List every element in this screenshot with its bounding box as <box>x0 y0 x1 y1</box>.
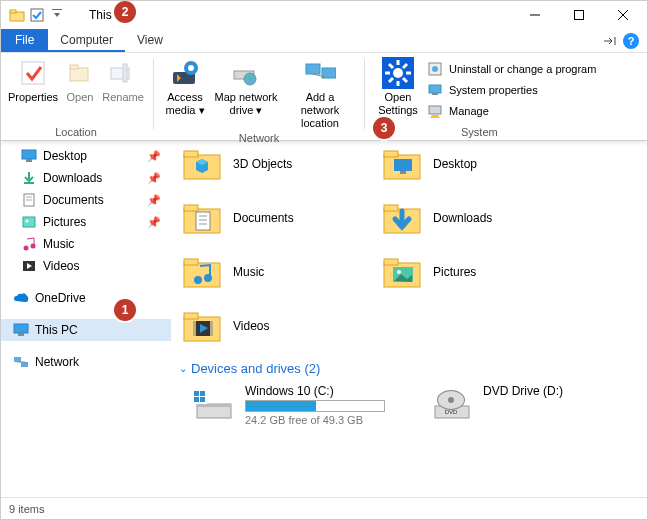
svg-rect-68 <box>184 259 198 265</box>
folder-icon <box>9 6 25 24</box>
svg-rect-61 <box>196 212 210 230</box>
onedrive-icon <box>13 290 29 306</box>
svg-rect-1 <box>10 10 16 13</box>
status-item-count: 9 items <box>9 503 44 515</box>
svg-point-16 <box>188 65 194 71</box>
svg-rect-50 <box>14 357 21 362</box>
drive-c-icon <box>191 384 235 424</box>
minimize-ribbon-icon[interactable] <box>603 34 617 48</box>
nav-thispc[interactable]: This PC <box>1 319 171 341</box>
main-pane: 3D Objects Desktop Documents Downloads M… <box>171 141 647 499</box>
music-folder-icon <box>181 251 223 293</box>
devices-section-header[interactable]: ⌄ Devices and drives (2) <box>179 357 639 380</box>
svg-rect-34 <box>429 85 441 93</box>
svg-rect-78 <box>193 321 196 336</box>
svg-rect-3 <box>52 9 62 10</box>
nav-videos[interactable]: Videos <box>1 255 171 277</box>
rename-button[interactable]: Rename <box>101 55 145 106</box>
help-icon[interactable]: ? <box>623 33 639 49</box>
svg-rect-19 <box>306 64 320 74</box>
open-icon <box>64 57 96 89</box>
pictures-folder-icon <box>381 251 423 293</box>
svg-rect-57 <box>394 159 412 171</box>
svg-rect-83 <box>194 391 199 396</box>
svg-rect-66 <box>384 205 398 211</box>
add-location-label: Add a network location <box>286 91 354 130</box>
manage-button[interactable]: Manage <box>423 101 600 121</box>
svg-point-23 <box>393 68 403 78</box>
access-media-icon <box>169 57 201 89</box>
map-network-drive-button[interactable]: Map network drive ▾ <box>210 55 282 132</box>
svg-rect-11 <box>70 65 78 69</box>
tab-computer[interactable]: Computer <box>48 29 125 52</box>
svg-point-45 <box>24 246 29 251</box>
annotation-marker-3: 3 <box>373 117 395 139</box>
folder-pictures[interactable]: Pictures <box>379 249 539 295</box>
tab-file[interactable]: File <box>1 29 48 52</box>
manage-icon <box>427 103 443 119</box>
access-media-button[interactable]: Access media ▾ <box>162 55 208 132</box>
uninstall-program-button[interactable]: Uninstall or change a program <box>423 59 600 79</box>
nav-documents[interactable]: Documents📌 <box>1 189 171 211</box>
svg-rect-60 <box>184 205 198 211</box>
manage-label: Manage <box>449 105 489 117</box>
svg-rect-58 <box>400 171 406 174</box>
nav-desktop[interactable]: Desktop📌 <box>1 145 171 167</box>
svg-rect-38 <box>26 159 32 162</box>
nav-pictures[interactable]: Pictures📌 <box>1 211 171 233</box>
nav-onedrive[interactable]: OneDrive <box>1 287 171 309</box>
open-button[interactable]: Open <box>61 55 99 106</box>
maximize-button[interactable] <box>557 1 601 29</box>
svg-point-74 <box>397 270 401 274</box>
pin-icon: 📌 <box>147 150 161 163</box>
folder-videos[interactable]: Videos <box>179 303 339 349</box>
rename-label: Rename <box>102 91 144 104</box>
minimize-button[interactable] <box>513 1 557 29</box>
folder-documents[interactable]: Documents <box>179 195 339 241</box>
uninstall-icon <box>427 61 443 77</box>
add-network-location-button[interactable]: Add a network location <box>284 55 356 132</box>
drive-d-icon: DVD <box>429 384 473 424</box>
qat-dropdown-icon[interactable] <box>49 6 65 24</box>
folder-downloads[interactable]: Downloads <box>379 195 539 241</box>
close-button[interactable] <box>601 1 645 29</box>
svg-point-44 <box>26 220 29 223</box>
documents-folder-icon <box>181 197 223 239</box>
open-settings-button[interactable]: Open Settings <box>373 55 423 119</box>
ribbon-group-location-label: Location <box>55 126 97 138</box>
svg-rect-48 <box>14 324 28 333</box>
folder-desktop[interactable]: Desktop <box>379 141 539 187</box>
ribbon-tabs: File Computer View ? <box>1 29 647 53</box>
status-bar: 9 items <box>1 497 647 519</box>
tab-view[interactable]: View <box>125 29 175 52</box>
folder-music[interactable]: Music <box>179 249 339 295</box>
ribbon: Properties Open Rename Location Access m… <box>1 53 647 141</box>
drive-c[interactable]: Windows 10 (C:) 24.2 GB free of 49.3 GB <box>191 384 389 426</box>
drive-d[interactable]: DVD DVD Drive (D:) <box>429 384 627 426</box>
folder-3d-objects[interactable]: 3D Objects <box>179 141 339 187</box>
nav-music[interactable]: Music <box>1 233 171 255</box>
thispc-icon <box>13 322 29 338</box>
nav-network[interactable]: Network <box>1 351 171 373</box>
svg-rect-35 <box>432 93 438 95</box>
svg-rect-2 <box>31 9 43 21</box>
properties-button[interactable]: Properties <box>7 55 59 106</box>
ribbon-group-system: Open Settings System Uninstall or change… <box>367 53 606 140</box>
add-location-icon <box>304 57 336 89</box>
navigation-pane: Desktop📌 Downloads📌 Documents📌 Pictures📌… <box>1 141 171 499</box>
desktop-folder-icon <box>381 143 423 185</box>
ribbon-group-network: Access media ▾ Map network drive ▾ Add a… <box>156 53 362 140</box>
svg-point-46 <box>31 244 36 249</box>
ribbon-group-network-label: Network <box>239 132 279 144</box>
ribbon-group-system-label: System <box>461 126 498 138</box>
settings-icon <box>382 57 414 89</box>
svg-point-33 <box>432 66 438 72</box>
svg-rect-9 <box>22 62 44 84</box>
svg-rect-51 <box>21 362 28 367</box>
qat-checkbox-icon[interactable] <box>29 6 45 24</box>
svg-rect-79 <box>210 321 213 336</box>
access-media-label: Access media ▾ <box>164 91 206 117</box>
system-properties-button[interactable]: System properties <box>423 80 600 100</box>
nav-downloads[interactable]: Downloads📌 <box>1 167 171 189</box>
desktop-icon <box>21 148 37 164</box>
